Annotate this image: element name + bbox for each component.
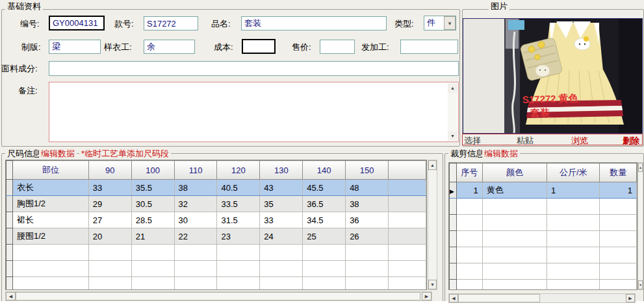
row-header-cell[interactable] (450, 215, 457, 231)
table-cell[interactable] (482, 231, 547, 247)
table-cell[interactable]: 35.5 (131, 180, 174, 196)
row-header-cell[interactable] (6, 245, 13, 261)
table-cell[interactable] (174, 245, 217, 261)
table-cell[interactable] (346, 261, 389, 277)
table-cell[interactable] (547, 263, 600, 280)
table-cell[interactable] (260, 277, 303, 291)
table-row[interactable]: 衣长3335.53840.54345.548 (6, 180, 426, 196)
table-row[interactable]: 腰围1/220212223242526 (6, 228, 426, 245)
table-cell[interactable]: 48 (346, 180, 389, 196)
table-cell[interactable] (482, 247, 547, 263)
size-table-hscrollbar[interactable]: ◀ ▶ (5, 291, 432, 301)
row-header-cell[interactable] (6, 212, 13, 228)
table-cell[interactable] (389, 277, 426, 291)
scroll-up-icon[interactable]: ▲ (638, 163, 643, 172)
table-row[interactable]: ▶1黄色11 (450, 182, 637, 199)
table-cell[interactable] (547, 215, 600, 231)
table-cell-filler[interactable] (389, 180, 426, 196)
table-cell[interactable] (600, 280, 637, 291)
table-cell[interactable]: 36 (346, 212, 389, 228)
table-cell[interactable]: 1 (547, 182, 600, 199)
column-header[interactable]: 100 (131, 161, 174, 180)
paste-image-button[interactable]: 粘贴 (517, 135, 534, 147)
table-cell[interactable] (482, 263, 547, 280)
scroll-right-icon[interactable]: ▶ (626, 294, 635, 302)
table-row[interactable]: 裙长2728.53031.53334.536 (6, 212, 426, 228)
empty-table-row[interactable] (6, 277, 426, 291)
empty-table-row[interactable] (6, 261, 426, 277)
table-cell[interactable]: 1 (456, 182, 482, 199)
scroll-left-icon[interactable]: ◀ (6, 292, 16, 300)
table-cell[interactable]: 28.5 (131, 212, 174, 228)
browse-image-button[interactable]: 浏览 (571, 135, 588, 147)
table-cell[interactable]: 27 (88, 212, 131, 228)
column-header[interactable]: 数量 (600, 164, 637, 182)
table-cell[interactable] (346, 277, 389, 291)
row-header-cell[interactable] (450, 263, 457, 280)
column-header[interactable]: 序号 (456, 164, 482, 182)
table-cell[interactable] (131, 261, 174, 277)
table-cell[interactable] (217, 277, 260, 291)
row-header-cell[interactable] (450, 280, 457, 291)
table-cell[interactable] (217, 261, 260, 277)
table-cell[interactable] (482, 199, 547, 215)
scrollbar-thumb[interactable] (458, 294, 540, 302)
table-cell[interactable]: 腰围1/2 (12, 228, 88, 245)
empty-table-row[interactable] (450, 280, 637, 291)
table-cell[interactable] (174, 277, 217, 291)
table-cell[interactable] (303, 261, 346, 277)
cost-input[interactable] (242, 39, 276, 54)
table-cell[interactable] (12, 277, 88, 291)
column-header[interactable]: 公斤/米 (547, 164, 600, 182)
style-no-input[interactable] (144, 16, 198, 30)
delete-image-button[interactable]: 删除 (623, 135, 639, 147)
table-cell-filler[interactable] (389, 196, 426, 212)
table-cell[interactable] (456, 247, 482, 263)
table-cell[interactable] (346, 245, 389, 261)
table-cell[interactable]: 45.5 (303, 180, 346, 196)
cut-table-hscrollbar[interactable]: ◀ ▶ (448, 293, 636, 303)
empty-table-row[interactable] (450, 263, 637, 280)
column-header[interactable]: 150 (346, 161, 389, 180)
table-cell[interactable]: 21 (131, 228, 174, 245)
row-header-cell[interactable] (6, 196, 13, 212)
type-select[interactable]: 件 ▾ (424, 16, 456, 30)
scroll-left-icon[interactable]: ◀ (449, 294, 458, 302)
column-header[interactable]: 90 (88, 161, 131, 180)
table-row[interactable]: 胸围1/22930.53233.53536.538 (6, 196, 426, 212)
table-cell[interactable]: 22 (174, 228, 217, 245)
scrollbar-thumb[interactable] (16, 292, 420, 300)
table-cell[interactable] (88, 245, 131, 261)
column-header[interactable]: 部位 (12, 161, 88, 180)
table-cell[interactable]: 31.5 (217, 212, 260, 228)
cut-edit-data-link[interactable]: 编辑数据 (482, 148, 520, 160)
table-cell[interactable] (600, 247, 637, 263)
table-cell[interactable] (456, 199, 482, 215)
table-cell[interactable] (303, 277, 346, 291)
table-cell[interactable] (456, 280, 482, 291)
table-cell[interactable] (389, 261, 426, 277)
row-header-cell[interactable] (6, 228, 13, 245)
scroll-down-icon[interactable]: ▼ (638, 280, 643, 289)
table-cell[interactable] (547, 247, 600, 263)
row-header-cell[interactable] (6, 261, 13, 277)
table-cell[interactable] (600, 215, 637, 231)
table-cell[interactable]: 衣长 (12, 180, 88, 196)
table-cell[interactable] (600, 231, 637, 247)
table-cell[interactable]: 43 (260, 180, 303, 196)
table-cell[interactable] (600, 263, 637, 280)
column-header[interactable]: 110 (174, 161, 217, 180)
empty-table-row[interactable] (450, 247, 637, 263)
outsource-input[interactable] (400, 40, 458, 54)
table-cell[interactable] (12, 261, 88, 277)
row-header-cell[interactable] (450, 199, 457, 215)
table-cell[interactable] (174, 261, 217, 277)
table-cell[interactable] (456, 231, 482, 247)
row-header-cell[interactable] (6, 180, 13, 196)
scroll-up-icon[interactable]: ▲ (428, 160, 437, 170)
row-header-cell[interactable] (450, 231, 457, 247)
table-cell[interactable]: 24 (260, 228, 303, 245)
table-cell[interactable] (260, 245, 303, 261)
empty-table-row[interactable] (450, 231, 637, 247)
table-cell[interactable]: 26 (346, 228, 389, 245)
